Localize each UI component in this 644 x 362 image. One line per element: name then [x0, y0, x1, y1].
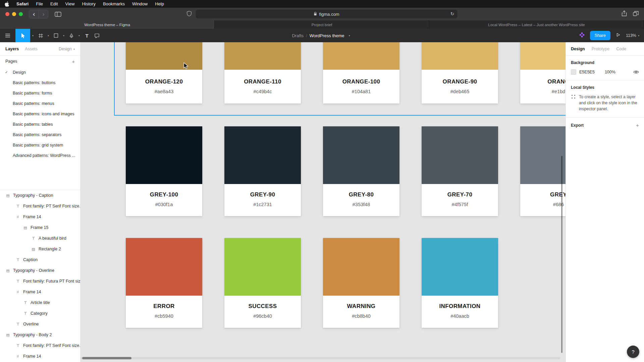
page-item[interactable]: Basic patterns: separators — [0, 129, 80, 140]
color-card[interactable]: INFORMATION#40aacb — [422, 238, 498, 328]
tab-assets[interactable]: Assets — [25, 47, 38, 51]
layer-item[interactable]: #Frame 14 — [0, 287, 80, 297]
menu-history[interactable]: History — [82, 1, 95, 6]
text-tool-button[interactable]: T — [82, 29, 92, 42]
layer-item[interactable]: ▤Typography - Body 2 — [0, 329, 80, 340]
page-item[interactable]: Basic patterns: tables — [0, 119, 80, 129]
tab-layers[interactable]: Layers — [5, 47, 19, 51]
breadcrumb-drafts[interactable]: Drafts — [292, 33, 304, 38]
color-card[interactable]: GREY-70#4f575f — [422, 126, 498, 216]
layer-item[interactable]: TFont family: PT Serif Font size... — [0, 340, 80, 351]
zoom-window-button[interactable] — [19, 12, 23, 16]
page-item[interactable]: Basic patterns: forms — [0, 88, 80, 98]
vertical-scrollbar[interactable] — [561, 156, 562, 353]
present-icon[interactable] — [616, 33, 621, 39]
color-card[interactable]: SUCCESS#96cb40 — [224, 238, 301, 328]
tab-code[interactable]: Code — [616, 47, 626, 51]
menu-file[interactable]: File — [36, 1, 43, 6]
layer-item[interactable]: ▤Typography - Overline — [0, 265, 80, 276]
layer-item[interactable]: TArticle title — [0, 297, 80, 308]
page-item[interactable]: Basic patterns: buttons — [0, 77, 80, 88]
forward-button[interactable]: › — [39, 10, 48, 18]
menu-bookmarks[interactable]: Bookmarks — [103, 1, 125, 6]
breadcrumb-file-name[interactable]: WordPress theme — [310, 33, 344, 38]
color-card[interactable]: ORANGE-90#deb465 — [422, 42, 498, 104]
minimize-window-button[interactable] — [12, 12, 16, 16]
background-opacity-value[interactable]: 100% — [605, 70, 615, 74]
sidebar-toggle-button[interactable] — [53, 10, 63, 18]
file-menu-chevron-icon[interactable]: ▾ — [347, 34, 352, 37]
layer-item[interactable]: #Frame 14 — [0, 351, 80, 362]
address-bar-area: figma.com ↻ — [187, 10, 458, 18]
color-card[interactable]: GREY-100#030f1a — [126, 126, 202, 216]
color-hex: #cb8b40 — [323, 313, 399, 319]
color-swatch — [224, 126, 301, 184]
shape-tool-button[interactable] — [51, 29, 61, 42]
layer-item[interactable]: ▤Frame 15 — [0, 222, 80, 233]
pen-tool-chevron-icon[interactable]: ▾ — [76, 34, 82, 37]
page-item-design[interactable]: ✓Design — [0, 67, 80, 77]
add-page-button[interactable]: + — [72, 59, 75, 64]
help-button[interactable]: ? — [627, 346, 639, 358]
color-card[interactable]: ORANG#e1bd — [520, 42, 566, 104]
back-button[interactable]: ‹ — [29, 10, 39, 18]
layer-item[interactable]: ▨Rectangle 2 — [0, 244, 80, 254]
share-button[interactable]: Share — [590, 31, 610, 40]
browser-tab-project-brief[interactable]: Project brief — [215, 20, 429, 29]
page-item[interactable]: Basic patterns: menus — [0, 98, 80, 109]
background-hex-value[interactable]: E5E5E5 — [579, 70, 595, 74]
layer-item[interactable]: TCaption — [0, 254, 80, 265]
color-card[interactable]: GREY#686 — [520, 126, 566, 216]
reload-icon[interactable]: ↻ — [450, 11, 454, 16]
pen-tool-button[interactable] — [66, 29, 76, 42]
menu-edit[interactable]: Edit — [50, 1, 58, 6]
layer-item[interactable]: ▤Typography - Caption — [0, 190, 80, 201]
design-panel-toggle[interactable]: Design▴ — [59, 47, 75, 51]
browser-tab-figma[interactable]: WordPress theme – Figma — [0, 20, 215, 29]
privacy-shield-icon[interactable] — [187, 11, 192, 18]
layer-item[interactable]: TFont family: Futura PT Font siz... — [0, 276, 80, 287]
color-card[interactable]: ORANGE-100#104a81 — [323, 42, 399, 104]
color-card[interactable]: ORANGE-120#ae8a43 — [126, 42, 202, 104]
apple-logo-icon[interactable] — [5, 1, 9, 7]
main-menu-button[interactable] — [0, 29, 15, 42]
layer-item[interactable]: TA beautiful bird — [0, 233, 80, 244]
frame-tool-button[interactable] — [36, 29, 46, 42]
background-color-chip[interactable] — [571, 69, 576, 75]
color-card[interactable]: WARNING#cb8b40 — [323, 238, 399, 328]
layer-item[interactable]: TCategory — [0, 308, 80, 319]
tab-design[interactable]: Design — [571, 47, 585, 51]
color-hex: #104a81 — [323, 89, 399, 94]
layer-item[interactable]: TOverline — [0, 319, 80, 329]
visibility-eye-icon[interactable] — [633, 70, 639, 74]
color-card[interactable]: ORANGE-110#c49b4c — [224, 42, 301, 104]
menu-help[interactable]: Help — [155, 1, 164, 6]
page-item[interactable]: Basic patterns: grid system — [0, 140, 80, 150]
color-card[interactable]: ERROR#cb5940 — [126, 238, 202, 328]
page-item[interactable]: Advanced patterns: WordPress ... — [0, 150, 80, 161]
add-export-button[interactable]: + — [636, 122, 639, 128]
move-tool-chevron-icon[interactable]: ▾ — [30, 34, 36, 37]
close-window-button[interactable] — [5, 12, 9, 16]
tab-overview-icon[interactable] — [633, 11, 639, 17]
community-icon[interactable] — [579, 32, 585, 39]
horizontal-scrollbar[interactable] — [82, 357, 131, 359]
page-item[interactable]: Basic patterns: icons and images — [0, 109, 80, 119]
tab-prototype[interactable]: Prototype — [592, 47, 610, 51]
move-tool-button[interactable] — [15, 29, 30, 42]
address-bar[interactable]: figma.com ↻ — [196, 10, 458, 18]
shape-tool-chevron-icon[interactable]: ▾ — [61, 34, 66, 37]
layer-item[interactable]: TFont family: PT Serif Font size... — [0, 201, 80, 212]
zoom-control[interactable]: 113%▾ — [626, 33, 639, 38]
share-icon[interactable] — [622, 10, 627, 18]
figma-canvas[interactable]: ORANGE-120#ae8a43 ORANGE-110#c49b4c ORAN… — [80, 42, 566, 362]
menu-safari[interactable]: Safari — [16, 1, 29, 6]
color-card[interactable]: GREY-90#1c2731 — [224, 126, 301, 216]
menu-view[interactable]: View — [65, 1, 75, 6]
browser-tab-wordpress[interactable]: Local WordPress – Latest – Just another … — [429, 20, 644, 29]
layer-item[interactable]: #Frame 14 — [0, 212, 80, 222]
menu-window[interactable]: Window — [132, 1, 148, 6]
color-card[interactable]: GREY-80#353f48 — [323, 126, 399, 216]
comment-tool-button[interactable] — [92, 29, 102, 42]
frame-tool-chevron-icon[interactable]: ▾ — [46, 34, 51, 37]
